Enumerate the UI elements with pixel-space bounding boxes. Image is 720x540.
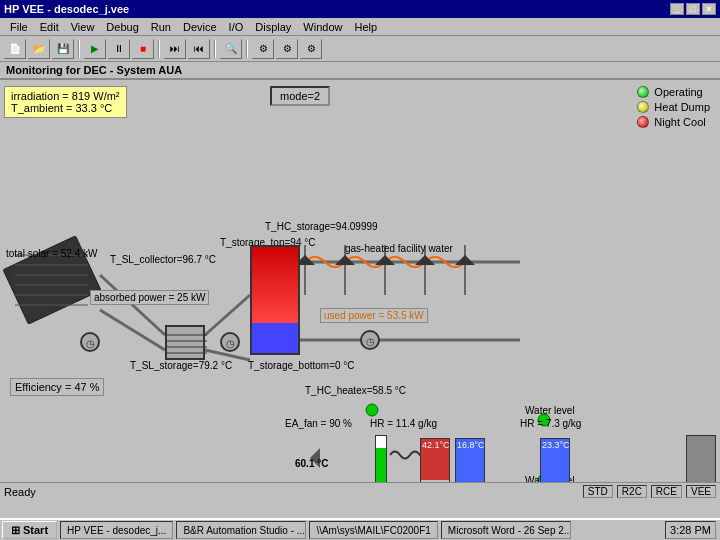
zoom-in-button[interactable]: 🔍 [220, 39, 242, 59]
legend-nightcool-label: Night Cool [654, 116, 705, 128]
tool2[interactable]: ⚙ [276, 39, 298, 59]
start-icon: ⊞ [11, 524, 20, 537]
temp-val-3: 23.3°C [541, 439, 569, 451]
taskbar-item-0[interactable]: HP VEE - desodec_j... [60, 521, 173, 539]
save-button[interactable]: 💾 [52, 39, 74, 59]
svg-line-10 [205, 350, 250, 360]
led-nightcool [637, 116, 649, 128]
mode-display: mode=2 [270, 86, 330, 106]
menu-edit[interactable]: Edit [34, 20, 65, 34]
menu-window[interactable]: Window [297, 20, 348, 34]
svg-marker-20 [415, 255, 435, 265]
start-label: Start [23, 524, 48, 536]
menu-display[interactable]: Display [249, 20, 297, 34]
svg-point-23 [81, 333, 99, 351]
menu-run[interactable]: Run [145, 20, 177, 34]
open-button[interactable]: 📂 [28, 39, 50, 59]
legend-nightcool: Night Cool [637, 116, 710, 128]
tank-fill-warm [252, 323, 298, 353]
legend-heatdump-label: Heat Dump [654, 101, 710, 113]
t-sl-collector-label: T_SL_collector=96.7 °C [110, 254, 216, 265]
menu-io[interactable]: I/O [223, 20, 250, 34]
mode-value: mode=2 [280, 90, 320, 102]
svg-marker-18 [335, 255, 355, 265]
t-storage-bottom-label: T_storage_bottom=0 °C [248, 360, 355, 371]
led-heatdump [637, 101, 649, 113]
maximize-button[interactable]: □ [686, 3, 700, 15]
status-ready: Ready [4, 486, 36, 498]
irradiation-label: irradiation = 819 W/m² [11, 90, 120, 102]
content-header-text: Monitoring for DEC - System AUA [6, 64, 182, 76]
taskbar-item-3[interactable]: Microsoft Word - 26 Sep 2... [441, 521, 571, 539]
run-button[interactable]: ▶ [84, 39, 106, 59]
pause-button[interactable]: ⏸ [108, 39, 130, 59]
menu-help[interactable]: Help [348, 20, 383, 34]
menu-debug[interactable]: Debug [100, 20, 144, 34]
app-status-bar: Ready STD R2C RCE VEE [0, 482, 720, 500]
menu-bar: File Edit View Debug Run Device I/O Disp… [0, 18, 720, 36]
svg-line-9 [205, 295, 250, 335]
svg-line-8 [100, 310, 165, 350]
step-button[interactable]: ⏭ [164, 39, 186, 59]
new-button[interactable]: 📄 [4, 39, 26, 59]
legend-heatdump: Heat Dump [637, 101, 710, 113]
separator-2 [158, 40, 160, 58]
back-button[interactable]: ⏮ [188, 39, 210, 59]
ea-fan-label: EA_fan = 90 % [285, 418, 352, 429]
menu-device[interactable]: Device [177, 20, 223, 34]
heat-exchanger [165, 325, 205, 360]
tool3[interactable]: ⚙ [300, 39, 322, 59]
menu-file[interactable]: File [4, 20, 34, 34]
svg-marker-19 [375, 255, 395, 265]
minimize-button[interactable]: _ [670, 3, 684, 15]
toolbar: 📄 📂 💾 ▶ ⏸ ■ ⏭ ⏮ 🔍 ⚙ ⚙ ⚙ [0, 36, 720, 62]
efficiency-box: Efficiency = 47 % [10, 378, 104, 396]
led-operating [637, 86, 649, 98]
menu-view[interactable]: View [65, 20, 101, 34]
tool1[interactable]: ⚙ [252, 39, 274, 59]
legend-panel: Operating Heat Dump Night Cool [637, 86, 710, 128]
main-content: ◷ ◷ ◷ irradiation = 819 W/m² T_ambient =… [0, 80, 720, 500]
temp-60-label: 60.1 °C [295, 458, 328, 469]
svg-text:◷: ◷ [226, 338, 235, 349]
hr2-label: HR = 7.3 g/kg [520, 418, 581, 429]
svg-point-27 [361, 331, 379, 349]
t-ambient-label: T_ambient = 33.3 °C [11, 102, 120, 114]
taskbar-item-2[interactable]: \\Am\sys\MAIL\FC0200F1 [309, 521, 437, 539]
window-controls[interactable]: _ □ × [670, 3, 716, 15]
start-button[interactable]: ⊞ Start [2, 521, 57, 539]
svg-point-29 [366, 404, 378, 416]
svg-text:◷: ◷ [86, 338, 95, 349]
storage-tank [250, 245, 300, 355]
taskbar-time: 3:28 PM [665, 521, 716, 539]
temp-val-1: 42.1°C [421, 439, 449, 451]
facility-water-label: gas-heated facility water [345, 243, 453, 254]
hr1-label: HR = 11.4 g/kg [370, 418, 437, 429]
temp-val-2: 16.8°C [456, 439, 484, 451]
window-title: HP VEE - desodec_j.vee [4, 3, 129, 15]
used-power-label: used power = 53.5 kW [320, 308, 428, 323]
separator-1 [78, 40, 80, 58]
legend-operating-label: Operating [654, 86, 702, 98]
t-hc-storage-label: T_HC_storage=94.09999 [265, 221, 378, 232]
close-button[interactable]: × [702, 3, 716, 15]
taskbar: ⊞ Start HP VEE - desodec_j... B&R Automa… [0, 518, 720, 540]
separator-4 [246, 40, 248, 58]
svg-text:◷: ◷ [366, 336, 375, 347]
stop-button[interactable]: ■ [132, 39, 154, 59]
status-std: STD [583, 485, 613, 498]
status-r2c: R2C [617, 485, 647, 498]
legend-operating: Operating [637, 86, 710, 98]
total-solar-label: total solar = 52.4 kW [6, 248, 97, 259]
water-level-top-label: Water level [525, 405, 575, 416]
separator-3 [214, 40, 216, 58]
taskbar-item-1[interactable]: B&R Automation Studio - ... [176, 521, 306, 539]
title-bar: HP VEE - desodec_j.vee _ □ × [0, 0, 720, 18]
content-header: Monitoring for DEC - System AUA [0, 62, 720, 80]
status-rce: RCE [651, 485, 682, 498]
svg-marker-21 [455, 255, 475, 265]
svg-line-7 [100, 275, 165, 335]
tank-fill-hot [252, 245, 298, 323]
t-hc-heatex-label: T_HC_heatex=58.5 °C [305, 385, 406, 396]
absorbed-power-label: absorbed power = 25 kW [90, 290, 209, 305]
